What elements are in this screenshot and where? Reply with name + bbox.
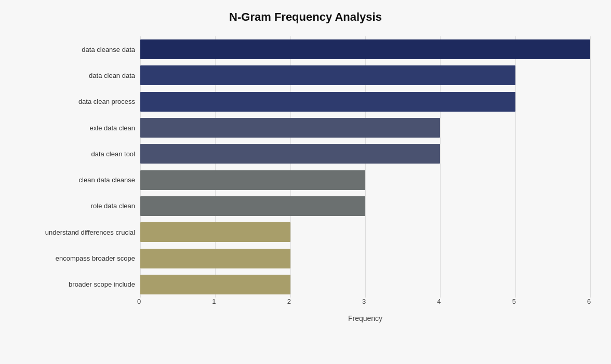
chart-container: N-Gram Frequency Analysis data cleanse d… xyxy=(0,0,611,364)
bar-row xyxy=(140,89,590,115)
x-tick: 5 xyxy=(512,298,516,305)
y-axis-label: role data clean xyxy=(91,193,135,219)
y-axis-label: understand differences crucial xyxy=(45,219,135,245)
bar-row xyxy=(140,141,590,167)
x-tick: 6 xyxy=(587,298,591,305)
bars-section: data cleanse datadata clean datadata cle… xyxy=(21,36,590,298)
bar xyxy=(140,65,515,85)
bars-and-grid xyxy=(140,36,590,298)
bar xyxy=(140,144,440,164)
bar xyxy=(140,249,290,268)
bar-row xyxy=(140,115,590,141)
y-axis-label: data clean tool xyxy=(91,141,135,167)
bar xyxy=(140,39,590,59)
x-tick: 0 xyxy=(137,298,141,305)
bar-row xyxy=(140,272,590,298)
bar xyxy=(140,222,290,242)
grid-line xyxy=(590,36,591,298)
y-axis-label: exle data clean xyxy=(90,115,135,141)
bar-row xyxy=(140,193,590,219)
x-tick: 3 xyxy=(362,298,366,305)
bar-row xyxy=(140,219,590,245)
x-tick: 2 xyxy=(287,298,291,305)
y-axis-label: encompass broader scope xyxy=(56,245,135,271)
x-tick: 4 xyxy=(437,298,441,305)
bar-row xyxy=(140,62,590,88)
y-axis-label: clean data cleanse xyxy=(79,167,135,193)
bar xyxy=(140,118,440,138)
x-axis-label: Frequency xyxy=(140,314,590,322)
bar-row xyxy=(140,167,590,193)
y-labels: data cleanse datadata clean datadata cle… xyxy=(21,36,140,298)
y-axis-label: data clean process xyxy=(78,89,135,115)
bottom-area: 0123456 Frequency xyxy=(140,298,590,322)
bar-row xyxy=(140,245,590,271)
bar xyxy=(140,275,290,294)
y-axis-label: data cleanse data xyxy=(82,36,135,62)
bar xyxy=(140,196,365,216)
chart-area: data cleanse datadata clean datadata cle… xyxy=(21,36,590,322)
bar-row xyxy=(140,36,590,62)
bar xyxy=(140,92,515,112)
y-axis-label: broader scope include xyxy=(69,272,135,298)
bar xyxy=(140,170,365,190)
x-tick: 1 xyxy=(212,298,216,305)
chart-title: N-Gram Frequency Analysis xyxy=(21,10,590,24)
y-axis-label: data clean data xyxy=(89,62,135,88)
